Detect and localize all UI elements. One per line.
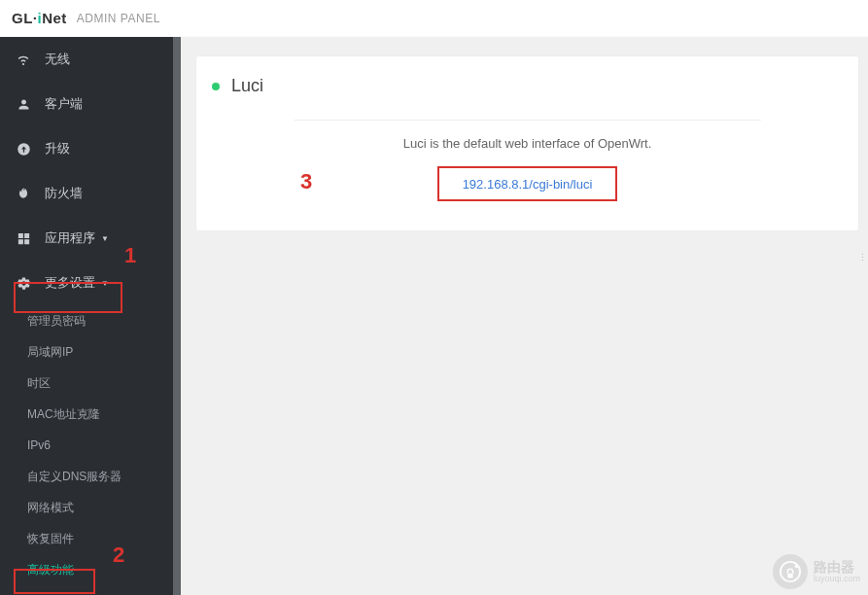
- sub-item-restore-firmware[interactable]: 恢复固件: [0, 523, 173, 554]
- sidebar-item-firewall[interactable]: 防火墙: [0, 171, 173, 216]
- card-body: Luci is the default web interface of Ope…: [295, 120, 761, 201]
- watermark-line1: 路由器: [814, 560, 860, 575]
- sub-item-lan-ip[interactable]: 局域网IP: [0, 336, 173, 368]
- body-wrap: 无线 客户端 升级 防火墙 应用程序 ▼: [0, 37, 868, 595]
- main-content: Luci Luci is the default web interface o…: [181, 37, 868, 595]
- sub-item-network-mode[interactable]: 网络模式: [0, 492, 173, 523]
- sub-item-label: 高级功能: [27, 562, 74, 578]
- luci-card: Luci Luci is the default web interface o…: [196, 56, 858, 230]
- upgrade-icon: [16, 141, 31, 157]
- brand-i: i: [38, 10, 43, 26]
- card-header: Luci: [212, 76, 843, 96]
- brand-logo: GL·iNet: [12, 10, 67, 26]
- wifi-icon: [16, 52, 31, 67]
- user-icon: [16, 96, 31, 112]
- sidebar-item-wireless[interactable]: 无线: [0, 37, 173, 82]
- sub-item-label: MAC地址克隆: [27, 406, 100, 423]
- chevron-down-icon: ▼: [101, 234, 109, 243]
- sidebar-item-label: 无线: [45, 51, 70, 68]
- sidebar-item-apps[interactable]: 应用程序 ▼: [0, 216, 173, 261]
- svg-rect-2: [787, 574, 793, 578]
- sub-item-label: IPv6: [27, 438, 51, 452]
- card-title: Luci: [231, 76, 263, 96]
- brand-prefix: GL: [12, 10, 33, 26]
- sidebar-scroll-strip[interactable]: [173, 37, 181, 595]
- watermark-line2: luyouqi.com: [814, 575, 860, 583]
- sub-item-label: 网络模式: [27, 500, 74, 516]
- panel-title: ADMIN PANEL: [77, 12, 160, 25]
- brand-dot: ·: [33, 10, 38, 26]
- sidebar-item-clients[interactable]: 客户端: [0, 82, 173, 126]
- card-description: Luci is the default web interface of Ope…: [295, 136, 761, 151]
- sidebar-item-label: 防火墙: [45, 185, 83, 202]
- sub-item-label: 自定义DNS服务器: [27, 469, 122, 485]
- sidebar-item-label: 客户端: [45, 95, 83, 113]
- scrollbar-indicator: ⋮: [858, 253, 866, 262]
- sub-item-mac-clone[interactable]: MAC地址克隆: [0, 399, 173, 430]
- sub-item-admin-password[interactable]: 管理员密码: [0, 305, 173, 336]
- chevron-down-icon: ▼: [101, 279, 109, 288]
- watermark-icon: [773, 554, 808, 589]
- sub-item-timezone[interactable]: 时区: [0, 368, 173, 399]
- sub-item-label: 局域网IP: [27, 344, 73, 361]
- apps-icon: [16, 230, 31, 246]
- sidebar-item-more-settings[interactable]: 更多设置 ▼: [0, 261, 173, 305]
- link-highlight-box: 192.168.8.1/cgi-bin/luci: [437, 166, 618, 201]
- watermark-text: 路由器 luyouqi.com: [814, 560, 860, 583]
- sidebar-item-label: 应用程序: [45, 229, 95, 247]
- sub-item-custom-dns[interactable]: 自定义DNS服务器: [0, 461, 173, 492]
- sidebar: 无线 客户端 升级 防火墙 应用程序 ▼: [0, 37, 173, 595]
- status-dot-icon: [212, 83, 220, 90]
- sidebar-item-upgrade[interactable]: 升级: [0, 126, 173, 171]
- svg-point-3: [795, 565, 799, 569]
- gear-icon: [16, 275, 31, 291]
- sub-item-label: 管理员密码: [27, 313, 86, 330]
- app-header: GL·iNet ADMIN PANEL: [0, 0, 868, 37]
- sidebar-item-label: 升级: [45, 140, 70, 158]
- sub-item-label: 恢复固件: [27, 531, 74, 547]
- luci-link[interactable]: 192.168.8.1/cgi-bin/luci: [463, 177, 593, 192]
- sub-item-ipv6[interactable]: IPv6: [0, 430, 173, 461]
- brand-suffix: Net: [42, 10, 67, 26]
- watermark: 路由器 luyouqi.com: [773, 554, 860, 589]
- sub-item-advanced[interactable]: 高级功能: [0, 554, 173, 585]
- sidebar-item-label: 更多设置: [45, 274, 95, 292]
- firewall-icon: [16, 186, 31, 201]
- sub-item-label: 时区: [27, 375, 51, 392]
